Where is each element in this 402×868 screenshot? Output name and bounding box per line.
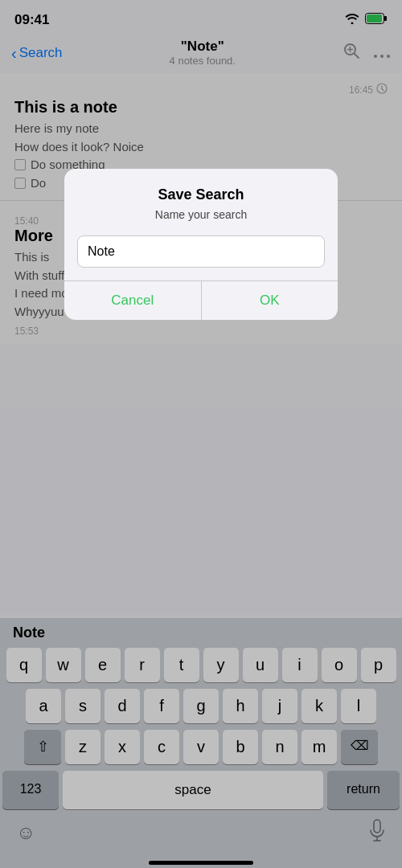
dialog-overlay: Save Search Name your search Cancel OK: [0, 0, 402, 868]
save-search-dialog: Save Search Name your search Cancel OK: [64, 169, 338, 320]
dialog-title: Save Search: [80, 186, 322, 203]
dialog-buttons: Cancel OK: [64, 280, 338, 320]
ok-button[interactable]: OK: [202, 281, 338, 320]
search-name-input[interactable]: [77, 235, 325, 268]
dialog-input-area: [64, 226, 338, 274]
dialog-title-area: Save Search Name your search: [64, 169, 338, 226]
dialog-subtitle: Name your search: [80, 208, 322, 221]
cancel-button[interactable]: Cancel: [64, 281, 202, 320]
